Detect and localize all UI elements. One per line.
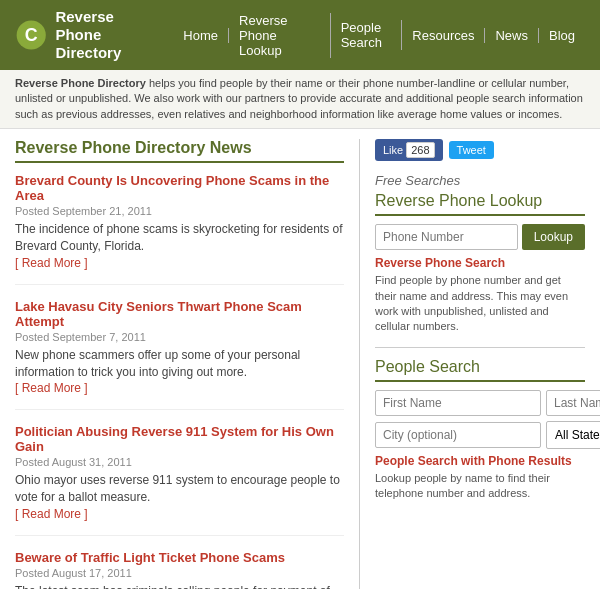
right-column: Like 268 Tweet Free Searches Reverse Pho… <box>375 139 585 589</box>
reverse-phone-heading: Reverse Phone Lookup <box>375 192 585 216</box>
first-name-input[interactable] <box>375 390 541 416</box>
tweet-label: Tweet <box>457 144 486 156</box>
read-more-2[interactable]: [ Read More ] <box>15 381 88 395</box>
news-item-1: Brevard County Is Uncovering Phone Scams… <box>15 173 344 285</box>
sub-header: Reverse Phone Directory helps you find p… <box>0 70 600 129</box>
main-nav: Home Reverse Phone Lookup People Search … <box>173 13 585 58</box>
main-content: Reverse Phone Directory News Brevard Cou… <box>0 129 600 589</box>
news-item-4: Beware of Traffic Light Ticket Phone Sca… <box>15 550 344 589</box>
social-buttons: Like 268 Tweet <box>375 139 585 161</box>
logo-icon: C <box>15 15 47 55</box>
news-item-2: Lake Havasu City Seniors Thwart Phone Sc… <box>15 299 344 411</box>
read-more-3[interactable]: [ Read More ] <box>15 507 88 521</box>
news-excerpt-2: New phone scammers offer up some of your… <box>15 347 344 381</box>
free-searches-label: Free Searches <box>375 173 585 188</box>
reverse-phone-link[interactable]: Reverse Phone Search <box>375 256 585 270</box>
logo-area: C Reverse Phone Directory <box>15 8 143 62</box>
brand-name: Reverse Phone Directory <box>15 77 146 89</box>
fb-like-label: Like <box>383 144 403 156</box>
nav-resources[interactable]: Resources <box>402 28 485 43</box>
people-search-link[interactable]: People Search with Phone Results <box>375 454 585 468</box>
phone-search-row: Lookup <box>375 224 585 250</box>
nav-blog[interactable]: Blog <box>539 28 585 43</box>
news-title-2[interactable]: Lake Havasu City Seniors Thwart Phone Sc… <box>15 299 344 329</box>
news-item-3: Politician Abusing Reverse 911 System fo… <box>15 424 344 536</box>
people-search-section: People Search All States Lookup People S… <box>375 358 585 502</box>
phone-lookup-button[interactable]: Lookup <box>522 224 585 250</box>
news-excerpt-1: The incidence of phone scams is skyrocke… <box>15 221 344 255</box>
facebook-like-button[interactable]: Like 268 <box>375 139 443 161</box>
people-search-desc: Lookup people by name to find their tele… <box>375 471 585 502</box>
news-date-1: Posted September 21, 2011 <box>15 205 344 217</box>
news-title-4[interactable]: Beware of Traffic Light Ticket Phone Sca… <box>15 550 344 565</box>
city-row: All States Lookup <box>375 421 585 449</box>
fb-count: 268 <box>406 142 434 158</box>
left-column: Reverse Phone Directory News Brevard Cou… <box>15 139 360 589</box>
news-date-2: Posted September 7, 2011 <box>15 331 344 343</box>
reverse-phone-desc: Find people by phone number and get thei… <box>375 273 585 335</box>
last-name-input[interactable] <box>546 390 600 416</box>
svg-text:C: C <box>25 25 38 45</box>
nav-reverse-phone[interactable]: Reverse Phone Lookup <box>229 13 331 58</box>
news-excerpt-4: The latest scam has criminals calling pe… <box>15 583 344 589</box>
nav-home[interactable]: Home <box>173 28 229 43</box>
tweet-button[interactable]: Tweet <box>449 141 494 159</box>
news-title-3[interactable]: Politician Abusing Reverse 911 System fo… <box>15 424 344 454</box>
read-more-1[interactable]: [ Read More ] <box>15 256 88 270</box>
news-date-4: Posted August 17, 2011 <box>15 567 344 579</box>
news-date-3: Posted August 31, 2011 <box>15 456 344 468</box>
phone-input[interactable] <box>375 224 518 250</box>
divider <box>375 347 585 348</box>
name-row <box>375 390 585 416</box>
nav-news[interactable]: News <box>485 28 539 43</box>
nav-people-search[interactable]: People Search <box>331 20 403 50</box>
state-select[interactable]: All States <box>546 421 600 449</box>
news-heading: Reverse Phone Directory News <box>15 139 344 163</box>
news-title-1[interactable]: Brevard County Is Uncovering Phone Scams… <box>15 173 344 203</box>
header: C Reverse Phone Directory Home Reverse P… <box>0 0 600 70</box>
news-excerpt-3: Ohio mayor uses reverse 911 system to en… <box>15 472 344 506</box>
logo-text: Reverse Phone Directory <box>55 8 143 62</box>
city-input[interactable] <box>375 422 541 448</box>
people-search-heading: People Search <box>375 358 585 382</box>
